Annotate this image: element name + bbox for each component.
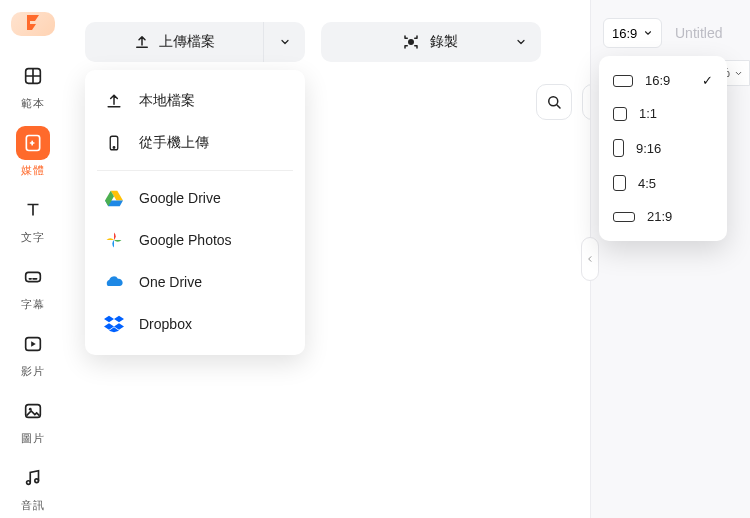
- upload-label: 上傳檔案: [159, 33, 215, 51]
- upload-icon: [133, 33, 151, 51]
- upload-button[interactable]: 上傳檔案: [85, 22, 263, 62]
- chevron-down-icon: [643, 28, 653, 38]
- sidebar-item-text[interactable]: 文字: [9, 186, 57, 251]
- ratio-icon: [613, 139, 624, 157]
- sidebar-item-media[interactable]: 媒體: [9, 119, 57, 184]
- sidebar: 範本 媒體 文字 字幕 影片 圖片 音訊: [0, 0, 65, 518]
- option-label: One Drive: [139, 274, 202, 290]
- upload-option-dropbox[interactable]: Dropbox: [85, 303, 305, 345]
- ratio-icon: [613, 75, 633, 87]
- sidebar-item-audio[interactable]: 音訊: [9, 454, 57, 518]
- option-label: 9:16: [636, 141, 661, 156]
- phone-icon: [103, 132, 125, 154]
- google-drive-icon: [103, 187, 125, 209]
- panel-collapse-handle[interactable]: [581, 237, 599, 281]
- dropbox-icon: [103, 313, 125, 335]
- option-label: Google Drive: [139, 190, 221, 206]
- upload-dropdown-toggle[interactable]: [263, 22, 305, 62]
- upload-dropdown: 本地檔案 從手機上傳 Google Drive Google Photos On…: [85, 70, 305, 355]
- app-logo: [11, 12, 55, 36]
- sidebar-item-template[interactable]: 範本: [9, 52, 57, 117]
- aspect-ratio-menu: 16:9 ✓ 1:1 9:16 4:5 21:9: [599, 56, 727, 241]
- media-icon: [16, 126, 50, 160]
- sidebar-item-label: 媒體: [21, 163, 45, 178]
- ratio-icon: [613, 107, 627, 121]
- option-label: 從手機上傳: [139, 134, 209, 152]
- project-title[interactable]: Untitled: [675, 18, 722, 48]
- svg-point-7: [409, 40, 414, 45]
- onedrive-icon: [103, 271, 125, 293]
- search-button[interactable]: [536, 84, 572, 120]
- svg-rect-3: [25, 405, 40, 418]
- aspect-option-9-16[interactable]: 9:16: [599, 130, 727, 166]
- chevron-down-icon: [515, 36, 527, 48]
- check-icon: ✓: [702, 73, 713, 88]
- option-label: 16:9: [645, 73, 670, 88]
- ratio-icon: [613, 212, 635, 222]
- sidebar-item-label: 音訊: [21, 498, 45, 513]
- sidebar-item-subtitle[interactable]: 字幕: [9, 253, 57, 318]
- sidebar-item-video[interactable]: 影片: [9, 320, 57, 385]
- chevron-down-icon: [734, 69, 743, 78]
- option-label: Google Photos: [139, 232, 232, 248]
- record-icon: [402, 33, 420, 51]
- menu-separator: [97, 170, 293, 171]
- sidebar-item-label: 影片: [21, 364, 45, 379]
- chevron-left-icon: [586, 254, 594, 264]
- sidebar-item-label: 範本: [21, 96, 45, 111]
- record-label: 錄製: [430, 33, 458, 51]
- aspect-ratio-value: 16:9: [612, 26, 637, 41]
- svg-point-10: [113, 147, 115, 149]
- right-panel: 16:9 Untitled % 16:9 ✓ 1:1 9:16 4:5 21:9: [590, 0, 750, 518]
- google-photos-icon: [103, 229, 125, 251]
- subtitle-icon: [16, 260, 50, 294]
- record-button[interactable]: 錄製: [321, 22, 541, 62]
- audio-icon: [16, 461, 50, 495]
- option-label: 4:5: [638, 176, 656, 191]
- option-label: 本地檔案: [139, 92, 195, 110]
- template-icon: [16, 59, 50, 93]
- svg-point-6: [34, 479, 38, 483]
- option-label: 21:9: [647, 209, 672, 224]
- project-title-text: Untitled: [675, 25, 722, 41]
- chevron-down-icon: [279, 36, 291, 48]
- ratio-icon: [613, 175, 626, 191]
- sidebar-item-label: 字幕: [21, 297, 45, 312]
- video-icon: [16, 327, 50, 361]
- aspect-ratio-trigger[interactable]: 16:9: [603, 18, 662, 48]
- svg-rect-1: [25, 272, 40, 281]
- search-icon: [545, 93, 563, 111]
- aspect-option-4-5[interactable]: 4:5: [599, 166, 727, 200]
- sidebar-item-image[interactable]: 圖片: [9, 387, 57, 452]
- aspect-option-21-9[interactable]: 21:9: [599, 200, 727, 233]
- option-label: 1:1: [639, 106, 657, 121]
- svg-point-5: [26, 481, 30, 485]
- text-icon: [16, 193, 50, 227]
- upload-option-local[interactable]: 本地檔案: [85, 80, 305, 122]
- top-toolbar: 上傳檔案 錄製: [85, 22, 541, 62]
- upload-option-phone[interactable]: 從手機上傳: [85, 122, 305, 164]
- upload-option-onedrive[interactable]: One Drive: [85, 261, 305, 303]
- upload-icon: [103, 90, 125, 112]
- aspect-option-16-9[interactable]: 16:9 ✓: [599, 64, 727, 97]
- upload-option-gphotos[interactable]: Google Photos: [85, 219, 305, 261]
- sidebar-item-label: 圖片: [21, 431, 45, 446]
- sidebar-item-label: 文字: [21, 230, 45, 245]
- upload-option-gdrive[interactable]: Google Drive: [85, 177, 305, 219]
- option-label: Dropbox: [139, 316, 192, 332]
- image-icon: [16, 394, 50, 428]
- upload-button-group: 上傳檔案: [85, 22, 305, 62]
- aspect-option-1-1[interactable]: 1:1: [599, 97, 727, 130]
- svg-point-8: [549, 97, 558, 106]
